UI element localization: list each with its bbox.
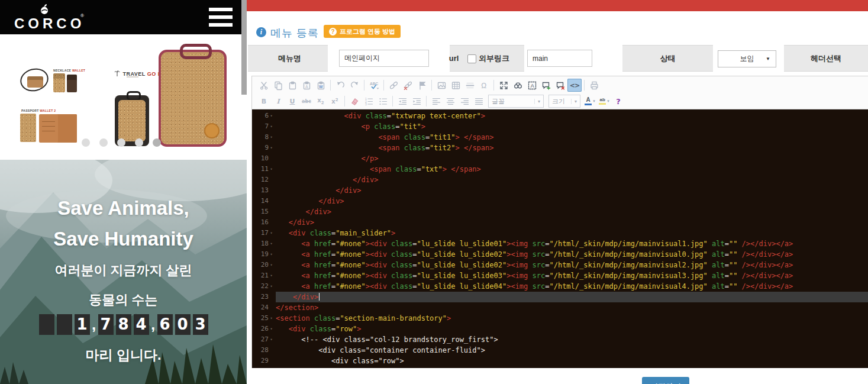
horizontal-line-icon[interactable] — [463, 79, 477, 92]
subscript-icon[interactable]: x2 — [314, 95, 328, 108]
indent-icon[interactable] — [409, 95, 424, 108]
spellcheck-icon[interactable]: ABC — [367, 79, 381, 92]
anchor-flag-icon[interactable] — [415, 79, 429, 92]
code-line[interactable]: 24</section> — [252, 302, 868, 313]
external-link-checkbox[interactable] — [467, 54, 476, 63]
outdent-icon[interactable] — [395, 95, 409, 108]
code-line[interactable]: 18▾<a href="#none"><div class="lu_slide … — [252, 238, 868, 249]
code-line[interactable]: 15</div> — [252, 206, 868, 217]
menu-name-input[interactable] — [339, 50, 429, 67]
code-line[interactable]: 25▾<section class="section-main-brandsto… — [252, 313, 868, 324]
code-line[interactable]: 6▾<div class="txtwrap text-center"> — [252, 111, 868, 121]
numbered-list-icon[interactable]: 123 — [362, 95, 376, 108]
text-color-icon[interactable]: A▾ — [583, 95, 597, 108]
url-input[interactable] — [527, 50, 592, 67]
code-line[interactable]: 14</div> — [252, 196, 868, 206]
code-line[interactable]: 8▾<span class="tit1"> </span> — [252, 132, 868, 143]
code-line[interactable]: 13</div> — [252, 185, 868, 196]
fold-arrow-icon[interactable]: ▾ — [269, 164, 274, 175]
align-justify-icon[interactable] — [472, 95, 486, 108]
underline-icon[interactable]: U — [285, 95, 299, 108]
code-line[interactable]: 17▾<div class="main_slider"> — [252, 228, 868, 238]
code-line[interactable]: 21▾<a href="#none"><div class="lu_slide … — [252, 270, 868, 281]
strikethrough-icon[interactable]: abc — [299, 95, 314, 108]
code-line[interactable]: 28<div class="container container-fluid"… — [252, 345, 868, 356]
align-right-icon[interactable] — [457, 95, 472, 108]
code-line[interactable]: 27▾<!-- <div class="col-12 brandstory_ro… — [252, 334, 868, 345]
special-char-icon[interactable]: Ω — [477, 79, 491, 92]
slider-dot[interactable] — [153, 138, 161, 147]
code-line[interactable]: 10</p> — [252, 153, 868, 164]
paste-text-icon[interactable]: A — [299, 79, 314, 92]
fold-arrow-icon[interactable]: ▾ — [269, 132, 274, 143]
code-line[interactable]: 16</div> — [252, 217, 868, 228]
comment-remove-icon[interactable] — [553, 79, 567, 92]
bg-color-icon[interactable]: ab▾ — [597, 95, 611, 108]
code-line[interactable]: 22▾<a href="#none"><div class="lu_slide … — [252, 281, 868, 292]
cork-wallet-image[interactable] — [53, 73, 65, 92]
slider-dot[interactable] — [99, 138, 108, 147]
fold-arrow-icon[interactable]: ▾ — [269, 334, 274, 345]
necklace-wallet-pouch[interactable] — [27, 76, 43, 88]
maximize-icon[interactable] — [496, 79, 511, 92]
fold-arrow-icon[interactable]: ▾ — [269, 324, 274, 334]
program-link-help-button[interactable]: ? 프로그램 연동 방법 — [324, 25, 401, 38]
comment-add-icon[interactable] — [539, 79, 553, 92]
select-all-icon[interactable]: A — [525, 79, 539, 92]
fold-arrow-icon[interactable]: ▾ — [269, 238, 274, 249]
paste-icon[interactable] — [285, 79, 299, 92]
code-line[interactable]: 19▾<a href="#none"><div class="lu_slide … — [252, 249, 868, 260]
dark-wallet-image[interactable] — [67, 75, 77, 92]
slider-dot[interactable] — [117, 138, 125, 147]
passport-wallet-image[interactable] — [20, 114, 36, 142]
fold-arrow-icon[interactable]: ▾ — [269, 228, 274, 238]
align-left-icon[interactable] — [429, 95, 443, 108]
fold-arrow-icon[interactable]: ▾ — [269, 270, 274, 281]
save-button[interactable]: 저장하기 — [642, 377, 689, 384]
large-backpack-image[interactable] — [159, 50, 227, 147]
table-icon[interactable] — [448, 79, 463, 92]
font-size-dropdown[interactable]: 크기▾ — [548, 95, 580, 108]
help-icon[interactable]: ? — [611, 95, 625, 108]
superscript-icon[interactable]: x2 — [328, 95, 342, 108]
code-line[interactable]: 9▾<span class="tit2"> </span> — [252, 143, 868, 153]
code-line[interactable]: 23</div> — [252, 292, 868, 302]
code-area[interactable]: 6▾<div class="txtwrap text-center">7▾<p … — [252, 109, 868, 368]
open-wallet-image[interactable] — [39, 114, 77, 143]
source-button[interactable]: <> — [567, 79, 582, 92]
paste-word-icon[interactable]: W — [314, 79, 328, 92]
cut-icon[interactable] — [257, 79, 271, 92]
fold-arrow-icon[interactable]: ▾ — [269, 313, 274, 324]
remove-format-icon[interactable] — [347, 95, 362, 108]
bold-icon[interactable]: B — [257, 95, 271, 108]
fold-arrow-icon[interactable]: ▾ — [269, 260, 274, 270]
find-icon[interactable] — [511, 79, 525, 92]
slider-dot[interactable] — [135, 138, 143, 147]
status-select[interactable]: 보임 ▼ — [718, 50, 776, 67]
image-icon[interactable] — [434, 79, 448, 92]
code-line[interactable]: 11▾<span class="txt"> </span> — [252, 164, 868, 175]
link-icon[interactable] — [386, 79, 401, 92]
copy-icon[interactable] — [271, 79, 285, 92]
fold-arrow-icon[interactable]: ▾ — [269, 249, 274, 260]
redo-icon[interactable] — [347, 79, 362, 92]
menu-icon[interactable] — [209, 8, 233, 27]
code-line[interactable]: 29<div class="row"> — [252, 356, 868, 366]
code-line[interactable]: 20▾<a href="#none"><div class="lu_slide … — [252, 260, 868, 270]
slider-dot[interactable] — [82, 138, 90, 147]
fold-arrow-icon[interactable]: ▾ — [269, 121, 274, 132]
undo-icon[interactable] — [333, 79, 347, 92]
code-line[interactable]: 12</div> — [252, 175, 868, 185]
font-family-dropdown[interactable]: 글꼴▾ — [488, 95, 544, 108]
fold-arrow-icon[interactable]: ▾ — [269, 281, 274, 292]
code-line[interactable]: 30<div class="col-12 col-lg-7 brandstory… — [252, 366, 868, 368]
align-center-icon[interactable] — [443, 95, 457, 108]
fold-arrow-icon[interactable]: ▾ — [269, 111, 274, 121]
fold-arrow-icon[interactable]: ▾ — [269, 143, 274, 153]
preview-scrollbar-thumb[interactable] — [241, 0, 247, 95]
code-line[interactable]: 7▾<p class="tit"> — [252, 121, 868, 132]
code-line[interactable]: 26▾<div class="row"> — [252, 324, 868, 334]
print-icon[interactable] — [587, 79, 601, 92]
italic-icon[interactable]: I — [271, 95, 285, 108]
unlink-icon[interactable] — [401, 79, 415, 92]
